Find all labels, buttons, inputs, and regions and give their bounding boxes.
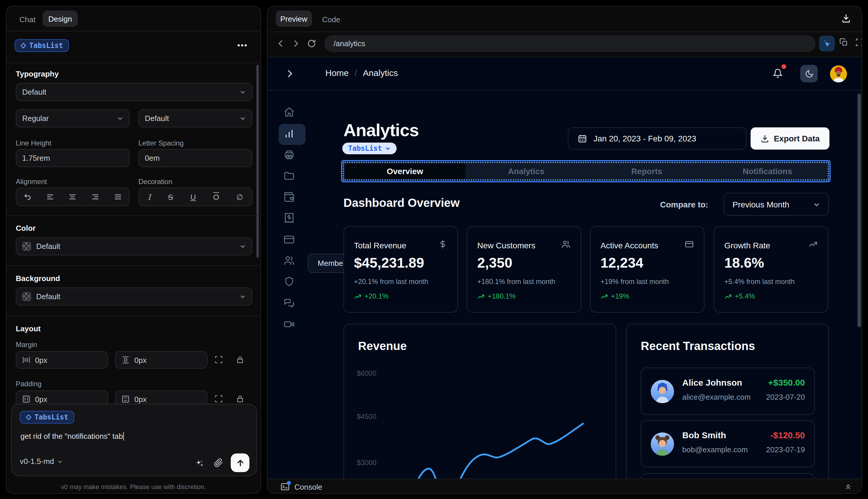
users-icon[interactable] [283, 255, 295, 266]
stat-change: +5.4% from last month [724, 278, 795, 286]
wallet-icon[interactable] [283, 191, 295, 203]
padding-expand-icon[interactable] [214, 394, 223, 403]
selected-element-chip[interactable]: TabsList [15, 39, 69, 52]
selection-outline: Overview Analytics Reports Notifications [341, 160, 831, 182]
font-weight-select[interactable]: Regular [16, 109, 130, 127]
shield-icon[interactable] [283, 276, 295, 288]
expand-console-icon[interactable] [844, 483, 852, 491]
italic-icon[interactable]: I [148, 193, 151, 201]
sidebar-scrollbar[interactable] [257, 65, 259, 258]
transaction-row[interactable]: Bob Smith bob@example.com -$120.50 2023-… [641, 420, 815, 467]
margin-lock-icon[interactable] [236, 355, 244, 364]
messages-icon[interactable] [283, 297, 295, 309]
transactions-card: Recent Transactions Alice Johnson alice@… [626, 324, 829, 478]
home-icon[interactable] [283, 106, 295, 118]
copy-icon[interactable] [839, 38, 848, 47]
receipt-icon[interactable] [283, 212, 295, 224]
tab-analytics[interactable]: Analytics [466, 163, 586, 179]
stat-change: +180.1% from last month [477, 278, 555, 286]
underline-icon[interactable]: U [190, 193, 196, 201]
transaction-amount: +$350.00 [768, 377, 805, 387]
font-size-select[interactable]: Default [138, 109, 252, 127]
nav-back-icon[interactable] [277, 40, 284, 47]
selected-element-badge[interactable]: TabsList [342, 143, 397, 154]
tab-reports[interactable]: Reports [586, 163, 707, 179]
stat-trend: +180.1% [477, 292, 516, 300]
decoration-toolbar: I S U O ∅ [138, 187, 252, 206]
padding-lock-icon[interactable] [236, 394, 244, 403]
stat-value: $45,231.89 [354, 255, 424, 271]
compare-select[interactable]: Previous Month [724, 193, 829, 216]
more-options-icon[interactable]: ••• [237, 40, 248, 50]
printer-icon[interactable] [283, 149, 295, 161]
letter-spacing-input[interactable]: 0em [138, 149, 252, 167]
margin-y-input[interactable]: 0px [115, 351, 207, 369]
transaction-name: Bob Smith [682, 430, 726, 440]
line-height-input[interactable]: 1.75rem [16, 149, 130, 167]
align-right-icon[interactable] [91, 193, 99, 201]
dollar-icon [438, 240, 447, 249]
app-topbar: Home / Analytics [268, 57, 862, 90]
fullscreen-icon[interactable] [855, 38, 862, 47]
font-family-select[interactable]: Default [16, 83, 252, 101]
no-decoration-icon[interactable]: ∅ [237, 193, 243, 201]
strikethrough-icon[interactable]: S [168, 193, 173, 201]
console-bar[interactable]: Console [268, 478, 862, 494]
model-selector[interactable]: v0-1.5-md [20, 457, 63, 466]
stat-card-total-revenue: Total Revenue $45,231.89 +20.1% from las… [344, 226, 458, 313]
overline-icon[interactable]: O [213, 193, 219, 201]
breadcrumb-home[interactable]: Home [325, 68, 349, 78]
sidebar-toggle-icon[interactable] [286, 70, 294, 78]
trending-up-icon [808, 240, 818, 249]
transaction-row[interactable]: Alice Johnson alice@example.com +$350.00… [641, 367, 815, 415]
stat-card-growth-rate: Growth Rate 18.6% +5.4% from last month … [714, 226, 828, 313]
nav-forward-icon[interactable] [292, 40, 300, 47]
trending-up-icon [477, 292, 485, 300]
background-select[interactable]: Default [16, 288, 252, 306]
avatar-illustration [830, 65, 847, 82]
transaction-date: 2023-07-20 [766, 393, 805, 401]
tab-overview[interactable]: Overview [345, 163, 465, 179]
avatar[interactable] [830, 65, 847, 82]
viewport-scrollbar[interactable] [857, 94, 861, 327]
tab-design[interactable]: Design [42, 11, 78, 27]
tab-chat[interactable]: Chat [16, 12, 39, 27]
download-icon[interactable] [841, 13, 851, 23]
transaction-email: bob@example.com [682, 445, 748, 454]
color-select[interactable]: Default [16, 237, 252, 255]
margin-expand-icon[interactable] [214, 355, 223, 364]
composer-context-chip[interactable]: TabsList [20, 411, 74, 424]
bar-chart-icon[interactable] [283, 127, 295, 139]
refresh-icon[interactable] [307, 39, 316, 48]
chat-input[interactable]: get rid of the "notifications" tab​ [21, 432, 124, 441]
send-button[interactable] [231, 453, 249, 472]
inspect-cursor-button[interactable] [819, 36, 835, 51]
layout-heading: Layout [16, 324, 41, 333]
trending-up-icon [600, 292, 608, 300]
align-justify-icon[interactable] [114, 193, 122, 201]
date-range-button[interactable]: Jan 20, 2023 - Feb 09, 2023 [568, 127, 746, 149]
tab-preview[interactable]: Preview [276, 11, 312, 27]
align-center-icon[interactable] [69, 193, 77, 201]
breadcrumb-separator: / [355, 68, 357, 78]
arrow-up-icon [236, 459, 245, 467]
stat-change: +19% from last month [600, 278, 669, 286]
tab-code[interactable]: Code [319, 12, 344, 27]
stat-change: +20.1% from last month [354, 278, 428, 286]
margin-x-input[interactable]: 0px [16, 351, 108, 369]
transaction-amount: -$120.50 [770, 430, 805, 440]
undo-icon[interactable] [24, 193, 32, 201]
tabs-list: Overview Analytics Reports Notifications [343, 162, 829, 181]
attachment-icon[interactable] [214, 458, 223, 467]
bell-icon[interactable] [773, 68, 783, 78]
folder-icon[interactable] [283, 170, 295, 182]
sparkles-icon[interactable] [195, 459, 204, 468]
url-bar[interactable]: /analytics [324, 35, 816, 52]
tab-notifications[interactable]: Notifications [707, 163, 828, 179]
align-left-icon[interactable] [46, 193, 54, 201]
video-icon[interactable] [283, 318, 295, 330]
credit-card-icon[interactable] [283, 234, 295, 245]
theme-toggle-button[interactable] [800, 65, 818, 82]
calendar-icon [578, 134, 587, 143]
export-data-button[interactable]: Export Data [751, 127, 829, 149]
